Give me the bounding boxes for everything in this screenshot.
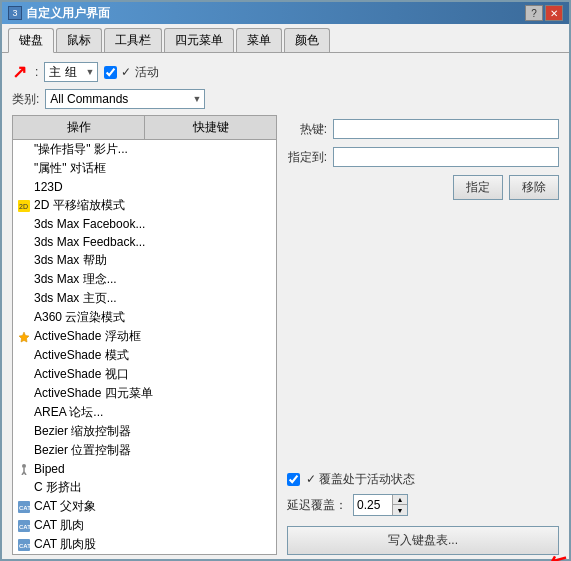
- table-row[interactable]: ActiveShade 浮动框: [13, 327, 276, 346]
- table-row[interactable]: C 形挤出: [13, 478, 276, 497]
- row-text: CAT 父对象: [34, 498, 272, 515]
- table-body[interactable]: "操作指导" 影片... "属性" 对话框 123D: [12, 139, 277, 555]
- svg-line-6: [24, 472, 26, 475]
- title-bar: 3 自定义用户界面 ? ✕: [2, 2, 569, 24]
- row-icon-2d: 2D: [17, 199, 31, 213]
- table-row[interactable]: Biped: [13, 460, 276, 478]
- table-row[interactable]: Bezier 位置控制器: [13, 441, 276, 460]
- main-window: 3 自定义用户界面 ? ✕ 键盘 鼠标 工具栏 四元菜单 菜单 颜色 ↗ : 主…: [0, 0, 571, 561]
- close-button[interactable]: ✕: [545, 5, 563, 21]
- assign-remove-row: 指定 移除: [287, 175, 559, 200]
- group-select-wrapper: 主 组 ▼: [44, 62, 98, 82]
- overlay-checkbox[interactable]: [287, 473, 300, 486]
- right-bottom-section: ✓ 覆盖处于活动状态 延迟覆盖： ▲ ▼: [287, 471, 559, 555]
- active-checkbox[interactable]: [104, 66, 117, 79]
- row-text: 3ds Max Feedback...: [34, 235, 272, 249]
- row-icon: [17, 311, 31, 325]
- title-bar-left: 3 自定义用户界面: [8, 5, 110, 22]
- delay-label: 延迟覆盖：: [287, 497, 347, 514]
- svg-text:CAT: CAT: [19, 543, 30, 549]
- delay-spinner[interactable]: ▲ ▼: [353, 494, 408, 516]
- table-row[interactable]: 3ds Max 主页...: [13, 289, 276, 308]
- assign-to-label: 指定到:: [287, 149, 327, 166]
- remove-button[interactable]: 移除: [509, 175, 559, 200]
- row-icon: [17, 217, 31, 231]
- row-text: ActiveShade 模式: [34, 347, 272, 364]
- svg-text:CAT: CAT: [19, 505, 30, 511]
- table-row[interactable]: 3ds Max 帮助: [13, 251, 276, 270]
- title-buttons: ? ✕: [525, 5, 563, 21]
- row-text: C 形挤出: [34, 479, 272, 496]
- category-select-wrapper: All Commands ▼: [45, 89, 205, 109]
- delay-input[interactable]: [354, 495, 392, 515]
- row-text: Bezier 缩放控制器: [34, 423, 272, 440]
- row-text: AREA 论坛...: [34, 404, 272, 421]
- spin-up-button[interactable]: ▲: [393, 495, 407, 505]
- assign-to-input[interactable]: [333, 147, 559, 167]
- annotation-arrow-1: ↗: [12, 61, 27, 83]
- tab-menu[interactable]: 菜单: [236, 28, 282, 52]
- svg-marker-2: [19, 332, 29, 342]
- assign-button[interactable]: 指定: [453, 175, 503, 200]
- col-action: 操作: [13, 116, 145, 139]
- tab-mouse[interactable]: 鼠标: [56, 28, 102, 52]
- overlay-label: ✓ 覆盖处于活动状态: [306, 471, 415, 488]
- row-icon: [17, 292, 31, 306]
- table-row-cat-muscle-strand[interactable]: CAT CAT 肌肉股: [13, 535, 276, 554]
- tab-quad-menu[interactable]: 四元菜单: [164, 28, 234, 52]
- row-icon: [17, 180, 31, 194]
- table-row[interactable]: ActiveShade 模式: [13, 346, 276, 365]
- row-text: 2D 平移缩放模式: [34, 197, 272, 214]
- row-icon-cat: CAT: [17, 519, 31, 533]
- window-icon: 3: [8, 6, 22, 20]
- row-icon: [17, 254, 31, 268]
- table-row[interactable]: "操作指导" 影片...: [13, 140, 276, 159]
- table-row[interactable]: ActiveShade 四元菜单: [13, 384, 276, 403]
- table-row[interactable]: ActiveShade 视口: [13, 365, 276, 384]
- category-select[interactable]: All Commands: [45, 89, 205, 109]
- row-icon-star: [17, 330, 31, 344]
- table-row[interactable]: AREA 论坛...: [13, 403, 276, 422]
- row-text: 3ds Max 理念...: [34, 271, 272, 288]
- table-row[interactable]: 3ds Max Feedback...: [13, 233, 276, 251]
- group-select[interactable]: 主 组: [44, 62, 98, 82]
- tab-keyboard[interactable]: 键盘: [8, 28, 54, 53]
- overlay-row: ✓ 覆盖处于活动状态: [287, 471, 559, 488]
- row-text: ActiveShade 视口: [34, 366, 272, 383]
- write-button-container: 写入键盘表... ↙: [287, 526, 559, 555]
- table-row[interactable]: Bezier 缩放控制器: [13, 422, 276, 441]
- row-text: "属性" 对话框: [34, 160, 272, 177]
- spin-down-button[interactable]: ▼: [393, 505, 407, 515]
- row-text: 3ds Max 帮助: [34, 252, 272, 269]
- table-row[interactable]: "属性" 对话框: [13, 159, 276, 178]
- spin-buttons: ▲ ▼: [392, 495, 407, 515]
- main-area: 操作 快捷键 "操作指导" 影片... "属性" 对话框: [12, 115, 559, 555]
- row-text: CAT 肌肉: [34, 517, 272, 534]
- table-row[interactable]: 3ds Max Facebook...: [13, 215, 276, 233]
- tab-color[interactable]: 颜色: [284, 28, 330, 52]
- table-row[interactable]: 2D 2D 平移缩放模式: [13, 196, 276, 215]
- row-icon-cat: CAT: [17, 538, 31, 552]
- table-row-cat-parent[interactable]: CAT CAT 父对象: [13, 497, 276, 516]
- row-text: Biped: [34, 462, 272, 476]
- row-text: "操作指导" 影片...: [34, 141, 272, 158]
- category-label: 类别:: [12, 91, 39, 108]
- row-text: 3ds Max Facebook...: [34, 217, 272, 231]
- write-keyboard-button[interactable]: 写入键盘表...: [287, 526, 559, 555]
- table-row[interactable]: 123D: [13, 178, 276, 196]
- group-label: :: [35, 65, 38, 79]
- row-text: ActiveShade 四元菜单: [34, 385, 272, 402]
- table-row-cat-muscle[interactable]: CAT CAT 肌肉: [13, 516, 276, 535]
- hotkey-field-row: 热键:: [287, 119, 559, 139]
- window-title: 自定义用户界面: [26, 5, 110, 22]
- tab-toolbar[interactable]: 工具栏: [104, 28, 162, 52]
- active-checkbox-row: ✓ 活动: [104, 64, 158, 81]
- row-icon-biped: [17, 462, 31, 476]
- svg-text:CAT: CAT: [19, 524, 30, 530]
- hotkey-input[interactable]: [333, 119, 559, 139]
- table-row[interactable]: 3ds Max 理念...: [13, 270, 276, 289]
- table-row[interactable]: A360 云渲染模式: [13, 308, 276, 327]
- row-icon-cat: CAT: [17, 500, 31, 514]
- help-button[interactable]: ?: [525, 5, 543, 21]
- svg-point-3: [22, 464, 26, 468]
